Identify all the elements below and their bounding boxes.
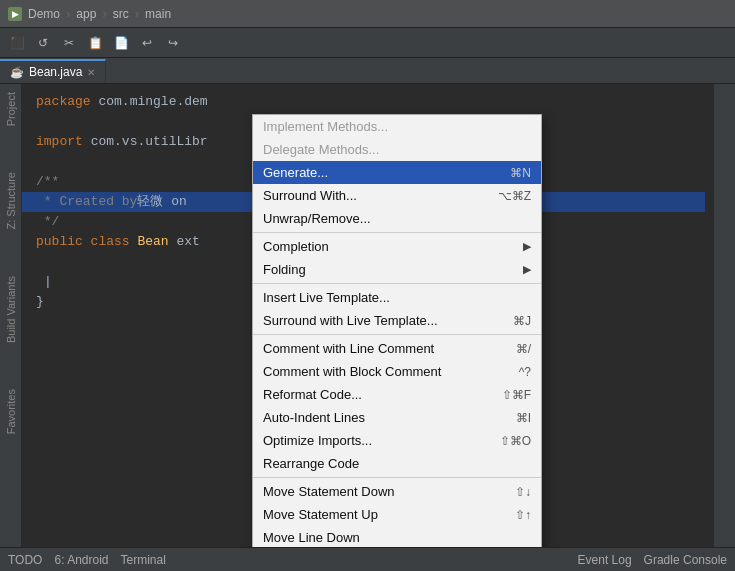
sidebar-structure-label[interactable]: Z: Structure: [2, 164, 20, 237]
menu-item-unwrap-remove[interactable]: Unwrap/Remove...: [253, 207, 541, 230]
tab-label: Bean.java: [29, 65, 82, 79]
menu-item-comment-block-label: Comment with Block Comment: [263, 364, 451, 379]
toolbar-btn-7[interactable]: ↪: [162, 32, 184, 54]
menu-item-insert-live-template[interactable]: Insert Live Template...: [253, 286, 541, 309]
menu-item-rearrange-code-label: Rearrange Code: [263, 456, 451, 471]
code-line-1: package com.mingle.dem: [36, 92, 705, 112]
menu-item-comment-block[interactable]: Comment with Block Comment ^?: [253, 360, 541, 383]
menu-item-surround-with-label: Surround With...: [263, 188, 451, 203]
bottom-tab-terminal-label: Terminal: [121, 553, 166, 567]
toolbar-btn-6[interactable]: ↩: [136, 32, 158, 54]
bottom-bar: TODO 6: Android Terminal Event Log Gradl…: [0, 547, 735, 571]
menu-item-surround-live-template-shortcut: ⌘J: [471, 314, 531, 328]
menu-item-surround-live-template[interactable]: Surround with Live Template... ⌘J: [253, 309, 541, 332]
bottom-tab-gradle[interactable]: Gradle Console: [644, 553, 727, 567]
menu-sep-2: [253, 283, 541, 284]
toolbar-btn-2[interactable]: ↺: [32, 32, 54, 54]
bottom-tab-todo-label: TODO: [8, 553, 42, 567]
right-panels: [713, 84, 735, 547]
main-label: main: [145, 7, 171, 21]
left-sidebar: Project Z: Structure Build Variants Favo…: [0, 84, 22, 547]
menu-item-folding-label: Folding: [263, 262, 435, 277]
menu-item-comment-block-shortcut: ^?: [471, 365, 531, 379]
bottom-tab-android-label: 6: Android: [54, 553, 108, 567]
app-icon: ▶: [8, 7, 22, 21]
menu-item-reformat-code[interactable]: Reformat Code... ⇧⌘F: [253, 383, 541, 406]
menu-item-auto-indent-shortcut: ⌘I: [471, 411, 531, 425]
menu-item-move-stmt-down-label: Move Statement Down: [263, 484, 451, 499]
sidebar-build-variants-label[interactable]: Build Variants: [2, 268, 20, 351]
context-menu: Implement Methods... Delegate Methods...…: [252, 114, 542, 547]
menu-item-move-line-down-label: Move Line Down: [263, 530, 451, 545]
ide-frame: ▶ Demo › app › src › main ⬛ ↺ ✂ 📋 📄 ↩ ↪ …: [0, 0, 735, 571]
menu-item-comment-line-shortcut: ⌘/: [471, 342, 531, 356]
code-editor[interactable]: package com.mingle.dem import com.vs.uti…: [22, 84, 713, 547]
sidebar-project-label[interactable]: Project: [2, 84, 20, 134]
menu-item-delegate-methods-label: Delegate Methods...: [263, 142, 451, 157]
menu-item-surround-live-template-label: Surround with Live Template...: [263, 313, 451, 328]
menu-item-auto-indent[interactable]: Auto-Indent Lines ⌘I: [253, 406, 541, 429]
module-name: app: [76, 7, 96, 21]
main-area: Project Z: Structure Build Variants Favo…: [0, 84, 735, 547]
menu-item-generate-shortcut: ⌘N: [471, 166, 531, 180]
tab-icon: ☕: [10, 66, 24, 79]
menu-item-move-stmt-up[interactable]: Move Statement Up ⇧↑: [253, 503, 541, 526]
menu-item-surround-with[interactable]: Surround With... ⌥⌘Z: [253, 184, 541, 207]
completion-arrow-icon: ▶: [523, 240, 531, 253]
menu-item-optimize-imports[interactable]: Optimize Imports... ⇧⌘O: [253, 429, 541, 452]
menu-item-optimize-imports-label: Optimize Imports...: [263, 433, 451, 448]
menu-item-reformat-code-shortcut: ⇧⌘F: [471, 388, 531, 402]
menu-item-implement-methods-label: Implement Methods...: [263, 119, 451, 134]
menu-item-move-stmt-down-shortcut: ⇧↓: [471, 485, 531, 499]
title-bar: ▶ Demo › app › src › main: [0, 0, 735, 28]
menu-item-reformat-code-label: Reformat Code...: [263, 387, 451, 402]
menu-item-delegate-methods[interactable]: Delegate Methods...: [253, 138, 541, 161]
sidebar-favorites-label[interactable]: Favorites: [2, 381, 20, 442]
bottom-tab-terminal[interactable]: Terminal: [121, 553, 166, 567]
menu-item-generate-label: Generate...: [263, 165, 451, 180]
folding-arrow-icon: ▶: [523, 263, 531, 276]
tab-bar: ☕ Bean.java ✕: [0, 58, 735, 84]
menu-item-folding[interactable]: Folding ▶: [253, 258, 541, 281]
menu-item-move-stmt-up-label: Move Statement Up: [263, 507, 451, 522]
menu-item-comment-line-label: Comment with Line Comment: [263, 341, 451, 356]
menu-sep-4: [253, 477, 541, 478]
menu-sep-1: [253, 232, 541, 233]
bottom-tab-gradle-label: Gradle Console: [644, 553, 727, 567]
tab-close-btn[interactable]: ✕: [87, 67, 95, 78]
bottom-tab-event-log-label: Event Log: [578, 553, 632, 567]
menu-item-completion-label: Completion: [263, 239, 435, 254]
menu-item-rearrange-code[interactable]: Rearrange Code: [253, 452, 541, 475]
bottom-tab-todo[interactable]: TODO: [8, 553, 42, 567]
toolbar-btn-1[interactable]: ⬛: [6, 32, 28, 54]
src-label: src: [113, 7, 129, 21]
bottom-tab-android[interactable]: 6: Android: [54, 553, 108, 567]
menu-item-surround-with-shortcut: ⌥⌘Z: [471, 189, 531, 203]
app-name: Demo: [28, 7, 60, 21]
toolbar-btn-4[interactable]: 📋: [84, 32, 106, 54]
menu-item-comment-line[interactable]: Comment with Line Comment ⌘/: [253, 337, 541, 360]
menu-item-unwrap-remove-label: Unwrap/Remove...: [263, 211, 451, 226]
menu-sep-3: [253, 334, 541, 335]
toolbar: ⬛ ↺ ✂ 📋 📄 ↩ ↪: [0, 28, 735, 58]
tab-bean-java[interactable]: ☕ Bean.java ✕: [0, 59, 106, 83]
menu-item-auto-indent-label: Auto-Indent Lines: [263, 410, 451, 425]
menu-item-move-stmt-up-shortcut: ⇧↑: [471, 508, 531, 522]
menu-item-completion[interactable]: Completion ▶: [253, 235, 541, 258]
menu-item-generate[interactable]: Generate... ⌘N: [253, 161, 541, 184]
toolbar-btn-5[interactable]: 📄: [110, 32, 132, 54]
menu-item-insert-live-template-label: Insert Live Template...: [263, 290, 451, 305]
menu-item-optimize-imports-shortcut: ⇧⌘O: [471, 434, 531, 448]
toolbar-btn-3[interactable]: ✂: [58, 32, 80, 54]
menu-item-implement-methods[interactable]: Implement Methods...: [253, 115, 541, 138]
bottom-tab-event-log[interactable]: Event Log: [578, 553, 632, 567]
menu-item-move-line-down[interactable]: Move Line Down: [253, 526, 541, 547]
menu-item-move-stmt-down[interactable]: Move Statement Down ⇧↓: [253, 480, 541, 503]
